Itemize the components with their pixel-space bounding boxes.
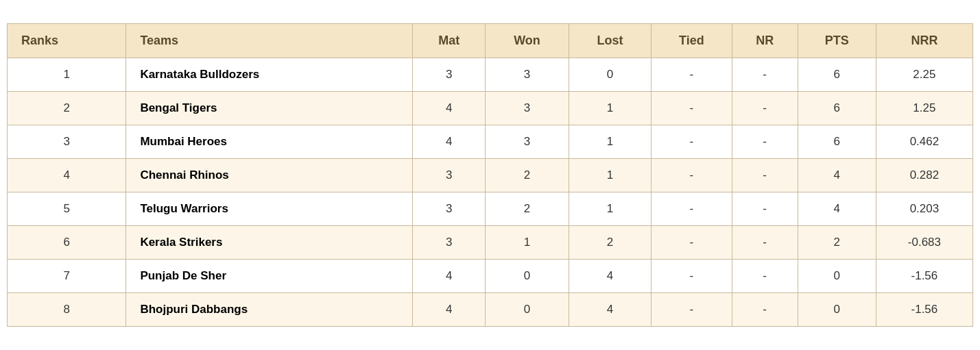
nr-cell: - <box>732 58 798 92</box>
team-cell: Mumbai Heroes <box>126 125 413 159</box>
table-row: 6Kerala Strikers312--2-0.683 <box>8 226 973 260</box>
won-cell: 3 <box>486 92 569 125</box>
pts-cell: 6 <box>798 92 876 125</box>
lost-cell: 1 <box>569 92 651 125</box>
nr-cell: - <box>732 92 798 125</box>
table-row: 4Chennai Rhinos321--40.282 <box>8 159 973 192</box>
table-row: 7Punjab De Sher404--0-1.56 <box>8 260 973 293</box>
rank-cell: 8 <box>8 293 126 327</box>
nrr-cell: 1.25 <box>876 92 972 125</box>
rank-cell: 2 <box>8 92 126 125</box>
team-cell: Kerala Strikers <box>126 226 413 260</box>
lost-cell: 4 <box>569 293 651 327</box>
tied-cell: - <box>652 159 732 192</box>
team-cell: Bhojpuri Dabbangs <box>126 293 413 327</box>
table-row: 8Bhojpuri Dabbangs404--0-1.56 <box>8 293 973 327</box>
tied-cell: - <box>652 226 732 260</box>
nrr-cell: 0.462 <box>876 125 972 159</box>
table-header-row: Ranks Teams Mat Won Lost Tied NR PTS NRR <box>8 24 973 58</box>
nr-cell: - <box>732 226 798 260</box>
mat-cell: 4 <box>413 92 486 125</box>
header-nrr: NRR <box>876 24 972 58</box>
nrr-cell: 0.203 <box>876 192 972 226</box>
header-pts: PTS <box>798 24 876 58</box>
mat-cell: 4 <box>413 260 486 293</box>
table-wrapper: Ranks Teams Mat Won Lost Tied NR PTS NRR… <box>0 0 980 350</box>
nrr-cell: 2.25 <box>876 58 972 92</box>
standings-table: Ranks Teams Mat Won Lost Tied NR PTS NRR… <box>7 23 973 327</box>
rank-cell: 6 <box>8 226 126 260</box>
nr-cell: - <box>732 125 798 159</box>
pts-cell: 0 <box>798 293 876 327</box>
table-row: 2Bengal Tigers431--61.25 <box>8 92 973 125</box>
lost-cell: 2 <box>569 226 651 260</box>
pts-cell: 0 <box>798 260 876 293</box>
won-cell: 2 <box>486 192 569 226</box>
won-cell: 3 <box>486 125 569 159</box>
nrr-cell: -1.56 <box>876 260 972 293</box>
won-cell: 0 <box>486 260 569 293</box>
nrr-cell: 0.282 <box>876 159 972 192</box>
mat-cell: 4 <box>413 125 486 159</box>
tied-cell: - <box>652 260 732 293</box>
nr-cell: - <box>732 192 798 226</box>
header-teams: Teams <box>126 24 413 58</box>
table-row: 3Mumbai Heroes431--60.462 <box>8 125 973 159</box>
mat-cell: 3 <box>413 58 486 92</box>
lost-cell: 1 <box>569 159 651 192</box>
nr-cell: - <box>732 159 798 192</box>
mat-cell: 3 <box>413 192 486 226</box>
rank-cell: 5 <box>8 192 126 226</box>
pts-cell: 6 <box>798 58 876 92</box>
lost-cell: 4 <box>569 260 651 293</box>
tied-cell: - <box>652 92 732 125</box>
lost-cell: 1 <box>569 192 651 226</box>
team-cell: Karnataka Bulldozers <box>126 58 413 92</box>
pts-cell: 2 <box>798 226 876 260</box>
pts-cell: 6 <box>798 125 876 159</box>
rank-cell: 7 <box>8 260 126 293</box>
pts-cell: 4 <box>798 159 876 192</box>
header-lost: Lost <box>569 24 651 58</box>
header-tied: Tied <box>652 24 732 58</box>
header-ranks: Ranks <box>8 24 126 58</box>
nr-cell: - <box>732 293 798 327</box>
table-row: 1Karnataka Bulldozers330--62.25 <box>8 58 973 92</box>
lost-cell: 0 <box>569 58 651 92</box>
tied-cell: - <box>652 192 732 226</box>
rank-cell: 4 <box>8 159 126 192</box>
mat-cell: 3 <box>413 226 486 260</box>
lost-cell: 1 <box>569 125 651 159</box>
team-cell: Telugu Warriors <box>126 192 413 226</box>
table-row: 5Telugu Warriors321--40.203 <box>8 192 973 226</box>
nrr-cell: -0.683 <box>876 226 972 260</box>
team-cell: Bengal Tigers <box>126 92 413 125</box>
mat-cell: 3 <box>413 159 486 192</box>
won-cell: 2 <box>486 159 569 192</box>
mat-cell: 4 <box>413 293 486 327</box>
tied-cell: - <box>652 58 732 92</box>
team-cell: Punjab De Sher <box>126 260 413 293</box>
nrr-cell: -1.56 <box>876 293 972 327</box>
won-cell: 0 <box>486 293 569 327</box>
pts-cell: 4 <box>798 192 876 226</box>
tied-cell: - <box>652 125 732 159</box>
won-cell: 1 <box>486 226 569 260</box>
header-nr: NR <box>732 24 798 58</box>
tied-cell: - <box>652 293 732 327</box>
team-cell: Chennai Rhinos <box>126 159 413 192</box>
header-mat: Mat <box>413 24 486 58</box>
header-won: Won <box>486 24 569 58</box>
rank-cell: 1 <box>8 58 126 92</box>
nr-cell: - <box>732 260 798 293</box>
rank-cell: 3 <box>8 125 126 159</box>
won-cell: 3 <box>486 58 569 92</box>
